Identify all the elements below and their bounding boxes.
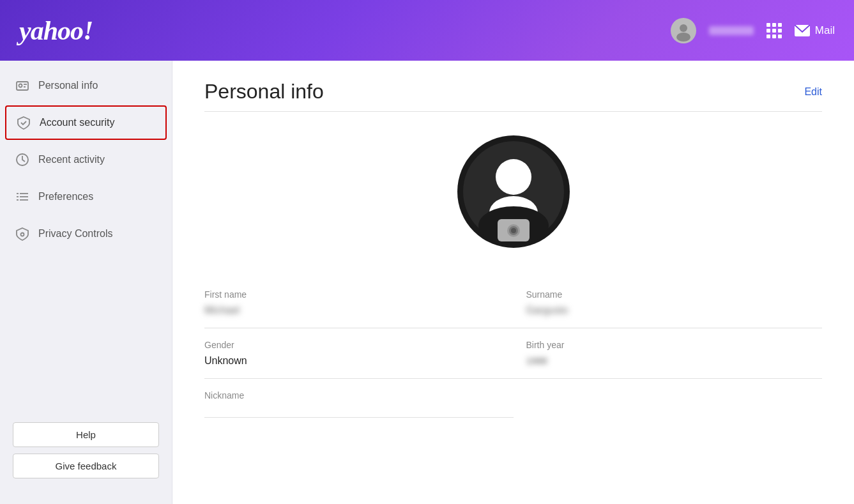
sidebar-item-recent-activity[interactable]: Recent activity xyxy=(0,141,172,178)
sidebar-item-personal-info[interactable]: Personal info xyxy=(0,67,172,104)
first-name-value: Michael xyxy=(204,305,488,316)
gender-value: Unknown xyxy=(204,355,488,367)
nickname-cell: Nickname xyxy=(204,379,514,418)
gender-cell: Gender Unknown xyxy=(204,328,514,379)
surname-cell: Surname Gargusto xyxy=(514,278,823,328)
svg-point-1 xyxy=(680,24,687,32)
surname-value: Gargusto xyxy=(526,305,816,316)
info-grid: First name Michael Surname Gargusto Gend… xyxy=(204,278,822,418)
header-divider xyxy=(204,111,822,112)
sidebar-item-account-security[interactable]: Account security xyxy=(5,105,167,140)
user-avatar[interactable] xyxy=(671,18,696,43)
content-header: Personal info Edit xyxy=(204,80,822,103)
app-header: yahoo! Mail xyxy=(0,0,854,61)
page-title: Personal info xyxy=(204,80,324,103)
edit-button[interactable]: Edit xyxy=(804,86,822,98)
first-name-label: First name xyxy=(204,289,488,300)
mail-button[interactable]: Mail xyxy=(795,24,835,37)
first-name-cell: First name Michael xyxy=(204,278,514,328)
main-content: Personal info Edit xyxy=(172,61,854,504)
shield-icon xyxy=(17,116,31,130)
sidebar-bottom: Help Give feedback xyxy=(0,409,172,498)
privacy-shield-icon xyxy=(15,227,29,241)
surname-label: Surname xyxy=(526,289,816,300)
yahoo-logo: yahoo! xyxy=(19,15,93,46)
sidebar-item-privacy-controls[interactable]: Privacy Controls xyxy=(0,215,172,252)
help-button[interactable]: Help xyxy=(13,422,159,447)
svg-point-5 xyxy=(19,84,22,88)
svg-point-2 xyxy=(676,33,690,42)
nickname-label: Nickname xyxy=(204,390,488,401)
sidebar: Personal info Account security Recent ac… xyxy=(0,61,172,504)
give-feedback-button[interactable]: Give feedback xyxy=(13,454,159,478)
svg-point-18 xyxy=(496,159,531,195)
birth-year-cell: Birth year 1988 xyxy=(514,328,823,379)
profile-avatar[interactable] xyxy=(453,131,574,252)
mail-icon xyxy=(795,25,810,36)
apps-grid-button[interactable] xyxy=(766,23,782,38)
sidebar-item-preferences[interactable]: Preferences xyxy=(0,178,172,215)
nav-items: Personal info Account security Recent ac… xyxy=(0,67,172,409)
svg-point-24 xyxy=(511,228,516,233)
list-icon xyxy=(15,190,29,204)
header-right: Mail xyxy=(671,18,835,43)
svg-point-15 xyxy=(21,233,24,236)
clock-icon xyxy=(15,153,29,167)
main-layout: Personal info Account security Recent ac… xyxy=(0,61,854,504)
username-display xyxy=(709,26,754,35)
gender-label: Gender xyxy=(204,340,488,350)
avatar-icon xyxy=(672,19,695,42)
birth-year-value: 1988 xyxy=(526,355,816,366)
birth-year-label: Birth year xyxy=(526,340,816,350)
id-card-icon xyxy=(15,79,29,93)
avatar-section xyxy=(204,131,822,252)
profile-avatar-svg xyxy=(453,131,574,252)
